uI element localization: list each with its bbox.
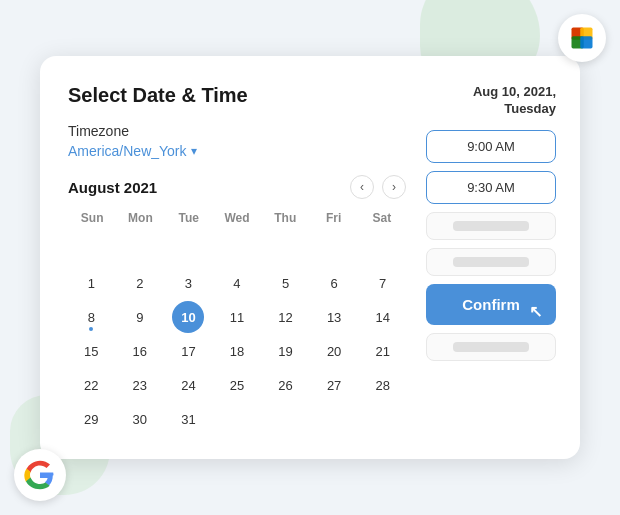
day-cell-empty: [318, 403, 350, 435]
day-cell-27[interactable]: 27: [318, 369, 350, 401]
day-cell-empty: [124, 233, 156, 265]
day-cell-14[interactable]: 14: [367, 301, 399, 333]
day-header-tue: Tue: [165, 209, 213, 227]
day-cell-empty: [367, 233, 399, 265]
day-cell-30[interactable]: 30: [124, 403, 156, 435]
calendar-header: August 2021 ‹ ›: [68, 175, 406, 199]
day-cell-empty: [318, 233, 350, 265]
time-slot-900[interactable]: 9:00 AM: [426, 130, 556, 163]
main-card: Select Date & Time Timezone America/New_…: [40, 56, 580, 459]
day-header-sat: Sat: [358, 209, 406, 227]
day-cell-12[interactable]: 12: [270, 301, 302, 333]
time-slot-900-label: 9:00 AM: [467, 139, 515, 154]
office-icon[interactable]: [558, 14, 606, 62]
left-panel: Select Date & Time Timezone America/New_…: [68, 84, 406, 435]
confirm-button-label: Confirm: [462, 296, 520, 313]
day-header-wed: Wed: [213, 209, 261, 227]
time-slot-930[interactable]: 9:30 AM: [426, 171, 556, 204]
timezone-selector[interactable]: America/New_York ▾: [68, 143, 406, 159]
day-cell-28[interactable]: 28: [367, 369, 399, 401]
day-cell[interactable]: 5: [270, 267, 302, 299]
calendar-nav: ‹ ›: [350, 175, 406, 199]
day-cell-9[interactable]: 9: [124, 301, 156, 333]
placeholder-bar: [453, 221, 529, 231]
chevron-down-icon: ▾: [191, 144, 197, 158]
confirm-button[interactable]: Confirm ↖: [426, 284, 556, 325]
right-panel: Aug 10, 2021, Tuesday 9:00 AM 9:30 AM Co…: [426, 84, 556, 435]
page-title: Select Date & Time: [68, 84, 406, 107]
day-header-sun: Sun: [68, 209, 116, 227]
day-cell[interactable]: 1: [75, 267, 107, 299]
day-cell-empty: [270, 233, 302, 265]
day-cell-13[interactable]: 13: [318, 301, 350, 333]
day-cell-23[interactable]: 23: [124, 369, 156, 401]
placeholder-bar: [453, 342, 529, 352]
timezone-value: America/New_York: [68, 143, 187, 159]
day-cell-empty: [270, 403, 302, 435]
day-cell-19[interactable]: 19: [270, 335, 302, 367]
day-cell[interactable]: 7: [367, 267, 399, 299]
day-cell-17[interactable]: 17: [172, 335, 204, 367]
prev-month-button[interactable]: ‹: [350, 175, 374, 199]
day-header-fri: Fri: [309, 209, 357, 227]
calendar-grid: Sun Mon Tue Wed Thu Fri Sat 1 2 3: [68, 209, 406, 435]
days-grid: 1 2 3 4 5 6 7 8 9 10 11 12 13 14 15 16 1…: [68, 233, 406, 435]
day-cell[interactable]: 4: [221, 267, 253, 299]
day-cell-25[interactable]: 25: [221, 369, 253, 401]
day-cell-22[interactable]: 22: [75, 369, 107, 401]
day-cell-empty: [221, 233, 253, 265]
svg-rect-3: [580, 36, 592, 48]
placeholder-bar: [453, 257, 529, 267]
day-cell-empty: [172, 233, 204, 265]
cursor-icon: ↖: [529, 302, 542, 321]
day-cell-10-selected[interactable]: 10: [172, 301, 204, 333]
next-month-button[interactable]: ›: [382, 175, 406, 199]
day-header-thu: Thu: [261, 209, 309, 227]
day-cell-empty: [75, 233, 107, 265]
google-icon[interactable]: [14, 449, 66, 501]
selected-date-header: Aug 10, 2021, Tuesday: [426, 84, 556, 118]
day-headers-row: Sun Mon Tue Wed Thu Fri Sat: [68, 209, 406, 227]
day-cell-8[interactable]: 8: [75, 301, 107, 333]
timezone-label: Timezone: [68, 123, 406, 139]
day-cell[interactable]: 6: [318, 267, 350, 299]
calendar-month-label: August 2021: [68, 179, 157, 196]
day-cell-31[interactable]: 31: [172, 403, 204, 435]
time-slot-placeholder-1[interactable]: [426, 212, 556, 240]
day-cell-24[interactable]: 24: [172, 369, 204, 401]
day-cell-20[interactable]: 20: [318, 335, 350, 367]
day-cell-15[interactable]: 15: [75, 335, 107, 367]
day-cell-18[interactable]: 18: [221, 335, 253, 367]
day-cell-empty: [221, 403, 253, 435]
day-cell[interactable]: 3: [172, 267, 204, 299]
day-cell-empty: [367, 403, 399, 435]
day-cell-11[interactable]: 11: [221, 301, 253, 333]
day-header-mon: Mon: [116, 209, 164, 227]
day-cell[interactable]: 2: [124, 267, 156, 299]
day-cell-26[interactable]: 26: [270, 369, 302, 401]
day-cell-21[interactable]: 21: [367, 335, 399, 367]
time-slot-placeholder-3[interactable]: [426, 333, 556, 361]
day-cell-16[interactable]: 16: [124, 335, 156, 367]
time-slot-placeholder-2[interactable]: [426, 248, 556, 276]
day-cell-29[interactable]: 29: [75, 403, 107, 435]
time-slot-930-label: 9:30 AM: [467, 180, 515, 195]
